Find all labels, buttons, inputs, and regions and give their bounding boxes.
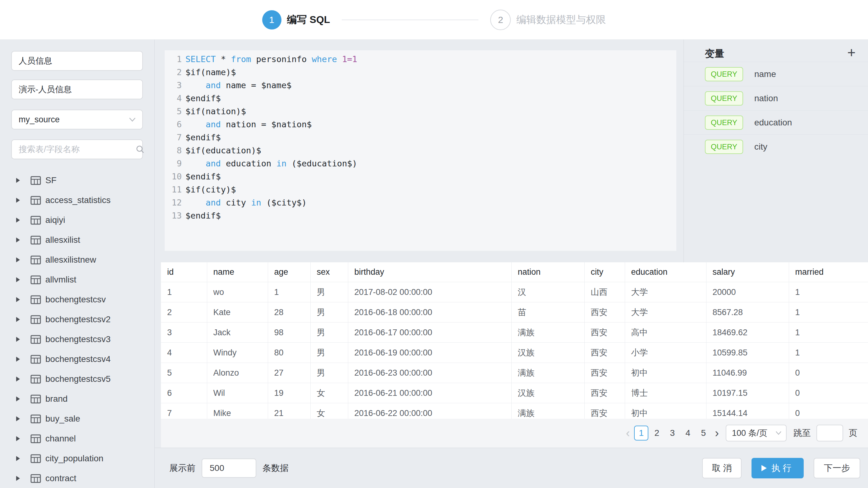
caret-right-icon[interactable]: [16, 237, 20, 242]
dataset-display-name-input[interactable]: [11, 79, 143, 99]
variable-name: nation: [754, 93, 778, 103]
stepper: 1 编写 SQL 2 编辑数据模型与权限: [262, 10, 606, 30]
tree-item-buy_sale[interactable]: buy_sale: [0, 409, 154, 429]
table-cell: 男: [310, 363, 348, 383]
pagination-page-4[interactable]: 4: [681, 426, 695, 441]
results-table-wrapper: idnameagesexbirthdaynationcityeducations…: [161, 262, 868, 419]
tree-item-contract[interactable]: contract: [0, 468, 154, 488]
pagination-page-2[interactable]: 2: [650, 426, 664, 441]
caret-right-icon[interactable]: [16, 396, 20, 401]
line-number: 12: [165, 196, 182, 209]
table-cell: 0: [789, 383, 868, 403]
tree-item-label: SF: [45, 175, 57, 185]
pagination-page-5[interactable]: 5: [696, 426, 711, 441]
line-number: 1: [165, 53, 182, 66]
pagination-page-1[interactable]: 1: [634, 426, 648, 441]
table-cell: 80: [268, 343, 310, 363]
code-line-9: 9 and education in ($education$): [165, 157, 676, 170]
code-text: $if(nation)$: [185, 105, 246, 118]
table-cell: 男: [310, 302, 348, 323]
row-limit-input[interactable]: [202, 458, 256, 478]
table-tree: SFaccess_statisticsaiqiyiallesxilistalle…: [0, 170, 154, 488]
step-2-edit-model: 2 编辑数据模型与权限: [490, 10, 606, 30]
code-text: and name = $name$: [185, 79, 291, 92]
caret-right-icon[interactable]: [16, 297, 20, 302]
caret-right-icon[interactable]: [16, 198, 20, 203]
tree-item-label: city_population: [45, 454, 103, 463]
page-size-select[interactable]: 100 条/页: [726, 425, 786, 442]
tree-item-brand[interactable]: brand: [0, 389, 154, 409]
variable-row-name[interactable]: QUERYname: [684, 62, 868, 86]
next-step-button[interactable]: 下一步: [814, 458, 860, 478]
caret-right-icon[interactable]: [16, 377, 20, 382]
caret-right-icon[interactable]: [16, 178, 20, 183]
pagination-next-icon[interactable]: ›: [713, 426, 721, 440]
table-cell: 汉: [512, 282, 584, 302]
tree-item-allvmlist[interactable]: allvmlist: [0, 270, 154, 290]
caret-right-icon[interactable]: [16, 416, 20, 421]
tree-item-label: bochengtestcsv3: [45, 334, 111, 344]
caret-right-icon[interactable]: [16, 436, 20, 441]
table-cell: 小学: [625, 343, 706, 363]
caret-right-icon[interactable]: [16, 456, 20, 461]
caret-right-icon[interactable]: [16, 218, 20, 223]
pagination-prev-icon[interactable]: ‹: [624, 426, 632, 440]
tree-item-bochengtestcsv[interactable]: bochengtestcsv: [0, 290, 154, 310]
table-cell: 18469.62: [706, 323, 789, 343]
tree-item-channel[interactable]: channel: [0, 429, 154, 449]
datasource-select[interactable]: my_source: [11, 109, 143, 129]
table-search-input[interactable]: [12, 140, 135, 158]
pagination-page-3[interactable]: 3: [665, 426, 679, 441]
table-cell: 1: [789, 282, 868, 302]
caret-right-icon[interactable]: [16, 337, 20, 342]
tree-item-allesxilist[interactable]: allesxilist: [0, 230, 154, 250]
table-row: 6Wil19女2016-06-21 00:00:00汉族西安博士10197.15…: [161, 383, 868, 403]
dataset-name-input[interactable]: [11, 51, 143, 71]
datasource-selected-value: my_source: [19, 115, 60, 125]
pagination-pages: 12345: [633, 426, 711, 441]
code-text: $if(city)$: [185, 183, 236, 196]
caret-right-icon[interactable]: [16, 317, 20, 322]
table-icon: [30, 295, 41, 304]
caret-right-icon[interactable]: [16, 277, 20, 282]
add-variable-icon[interactable]: +: [847, 45, 856, 60]
variable-name: name: [754, 69, 776, 79]
table-cell: 6: [161, 383, 207, 403]
cancel-button[interactable]: 取 消: [702, 458, 742, 478]
sql-editor[interactable]: 1SELECT * from personinfo where 1=12$if(…: [165, 50, 676, 251]
tree-item-access_statistics[interactable]: access_statistics: [0, 190, 154, 210]
caret-right-icon[interactable]: [16, 357, 20, 362]
table-icon: [30, 236, 41, 245]
table-cell: 98: [268, 323, 310, 343]
table-cell: 2016-06-19 00:00:00: [348, 343, 512, 363]
row-limit-control: 展示前 条数据: [169, 458, 289, 478]
tree-item-bochengtestcsv2[interactable]: bochengtestcsv2: [0, 310, 154, 329]
tree-item-allesxilistnew[interactable]: allesxilistnew: [0, 250, 154, 270]
caret-right-icon[interactable]: [16, 257, 20, 262]
table-cell: Mike: [207, 403, 268, 419]
code-line-1: 1SELECT * from personinfo where 1=1: [165, 53, 676, 66]
table-cell: 20000: [706, 282, 789, 302]
table-icon: [30, 415, 41, 423]
table-cell: 10599.85: [706, 343, 789, 363]
table-cell: 1: [789, 343, 868, 363]
stepper-connector-line: [342, 20, 478, 20]
tree-item-bochengtestcsv5[interactable]: bochengtestcsv5: [0, 369, 154, 389]
tree-item-bochengtestcsv4[interactable]: bochengtestcsv4: [0, 349, 154, 369]
variable-row-education[interactable]: QUERYeducation: [684, 110, 868, 134]
table-cell: 1: [789, 302, 868, 323]
column-header-sex: sex: [310, 262, 348, 282]
table-cell: 8567.28: [706, 302, 789, 323]
page-size-value: 100 条/页: [732, 427, 767, 438]
tree-item-bochengtestcsv3[interactable]: bochengtestcsv3: [0, 329, 154, 349]
caret-right-icon[interactable]: [16, 476, 20, 481]
table-icon: [30, 196, 41, 205]
variable-row-nation[interactable]: QUERYnation: [684, 86, 868, 110]
tree-item-aiqiyi[interactable]: aiqiyi: [0, 210, 154, 230]
jump-page-input[interactable]: [816, 425, 843, 442]
execute-button[interactable]: 执行: [751, 458, 804, 478]
table-cell: 2016-06-23 00:00:00: [348, 363, 512, 383]
tree-item-city_population[interactable]: city_population: [0, 449, 154, 468]
tree-item-SF[interactable]: SF: [0, 170, 154, 190]
variable-row-city[interactable]: QUERYcity: [684, 134, 868, 159]
